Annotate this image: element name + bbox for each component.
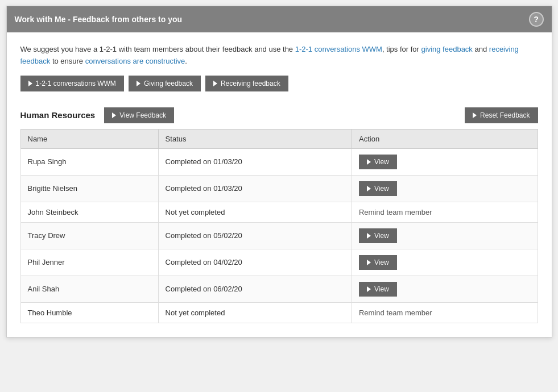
cell-status: Completed on 06/02/20 <box>158 276 352 302</box>
triangle-icon-3 <box>213 81 217 86</box>
cell-action: Remind team member <box>352 202 538 222</box>
cell-action: View <box>352 276 538 302</box>
cell-status: Completed on 04/02/20 <box>158 249 352 276</box>
view-feedback-icon <box>112 112 116 118</box>
cell-name: Phil Jenner <box>20 249 158 276</box>
cell-action: View <box>352 222 538 249</box>
view-button-label: View <box>374 158 389 166</box>
view-button[interactable]: View <box>359 181 397 196</box>
title-bar: Work with Me - Feedback from others to y… <box>7 6 552 32</box>
view-feedback-label: View Feedback <box>119 111 166 119</box>
table-row: Rupa SinghCompleted on 01/03/20View <box>20 148 538 175</box>
section-title: Human Resources <box>20 110 96 120</box>
table-header-row: Name Status Action <box>20 129 538 148</box>
table-row: Theo HumbleNot yet completedRemind team … <box>20 302 538 323</box>
cell-status: Not yet completed <box>158 302 352 323</box>
reset-feedback-label: Reset Feedback <box>480 111 530 119</box>
view-triangle-icon <box>367 186 371 191</box>
reset-feedback-icon <box>473 112 477 118</box>
table-row: Brigitte NielsenCompleted on 01/03/20Vie… <box>20 175 538 202</box>
cell-name: Rupa Singh <box>20 148 158 175</box>
view-button-label: View <box>374 232 389 240</box>
table-row: Phil JennerCompleted on 04/02/20View <box>20 249 538 276</box>
view-feedback-button[interactable]: View Feedback <box>104 107 174 123</box>
intro-text-before: We suggest you have a 1-2-1 with team me… <box>20 45 294 53</box>
intro-paragraph: We suggest you have a 1-2-1 with team me… <box>20 44 538 68</box>
reset-feedback-button[interactable]: Reset Feedback <box>465 107 538 123</box>
view-triangle-icon <box>367 233 371 239</box>
cell-status: Completed on 05/02/20 <box>158 222 352 249</box>
section-header: Human Resources View Feedback Reset Feed… <box>20 107 538 123</box>
view-button-label: View <box>374 185 389 193</box>
cell-name: Theo Humble <box>20 302 158 323</box>
view-button[interactable]: View <box>359 228 397 243</box>
btn-121-label: 1-2-1 conversations WWM <box>36 80 116 87</box>
intro-text-mid3: to ensure <box>52 57 83 65</box>
cell-name: Anil Shah <box>20 276 158 302</box>
link-121-conversations[interactable]: 1-2-1 conversations WWM <box>295 45 382 53</box>
cell-action: View <box>352 148 538 175</box>
table-row: Anil ShahCompleted on 06/02/20View <box>20 276 538 302</box>
cell-status: Completed on 01/03/20 <box>158 175 352 202</box>
col-status: Status <box>158 129 352 148</box>
table-row: Tracy DrewCompleted on 05/02/20View <box>20 222 538 249</box>
btn-121-conversations[interactable]: 1-2-1 conversations WWM <box>20 76 124 91</box>
table-row: John SteinbeckNot yet completedRemind te… <box>20 202 538 222</box>
col-name: Name <box>20 129 158 148</box>
intro-text-end: . <box>185 57 187 65</box>
btn-giving-label: Giving feedback <box>144 80 193 87</box>
cell-status: Completed on 01/03/20 <box>158 148 352 175</box>
app-window: Work with Me - Feedback from others to y… <box>6 6 552 337</box>
view-triangle-icon <box>367 286 371 292</box>
main-content: We suggest you have a 1-2-1 with team me… <box>7 32 552 337</box>
intro-text-mid2: and <box>475 45 487 53</box>
view-triangle-icon <box>367 159 371 165</box>
link-conversations-constructive[interactable]: conversations are constructive <box>85 57 185 65</box>
feedback-table: Name Status Action Rupa SinghCompleted o… <box>20 129 538 323</box>
view-button-label: View <box>374 285 389 293</box>
cell-status: Not yet completed <box>158 202 352 222</box>
triangle-icon-2 <box>137 81 140 86</box>
link-giving-feedback[interactable]: giving feedback <box>421 45 473 53</box>
view-button-label: View <box>374 258 389 266</box>
cell-name: Brigitte Nielsen <box>20 175 158 202</box>
btn-receiving-feedback[interactable]: Receiving feedback <box>205 76 288 91</box>
btn-giving-feedback[interactable]: Giving feedback <box>129 76 201 91</box>
remind-text: Remind team member <box>359 308 432 317</box>
view-button[interactable]: View <box>359 255 397 270</box>
cell-action: View <box>352 249 538 276</box>
cell-action: View <box>352 175 538 202</box>
view-button[interactable]: View <box>359 282 397 297</box>
intro-text-mid1: , tips for for <box>382 45 419 53</box>
btn-receiving-label: Receiving feedback <box>221 80 280 87</box>
help-button[interactable]: ? <box>529 12 544 27</box>
quick-links-group: 1-2-1 conversations WWM Giving feedback … <box>20 76 538 91</box>
col-action: Action <box>352 129 538 148</box>
view-button[interactable]: View <box>359 155 397 169</box>
remind-text: Remind team member <box>359 208 432 216</box>
triangle-icon-1 <box>28 81 32 86</box>
view-triangle-icon <box>367 260 371 265</box>
window-title: Work with Me - Feedback from others to y… <box>15 15 183 24</box>
cell-name: Tracy Drew <box>20 222 158 249</box>
cell-name: John Steinbeck <box>20 202 158 222</box>
cell-action: Remind team member <box>352 302 538 323</box>
